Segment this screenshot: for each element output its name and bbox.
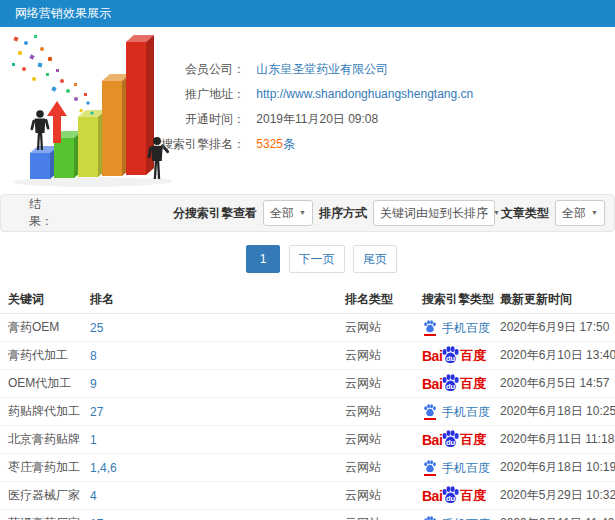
- baidu-paw-icon: [422, 320, 437, 336]
- rank-link[interactable]: 9: [90, 377, 97, 391]
- engine-cell: Bai du 百度: [412, 342, 497, 370]
- rank-type-cell: 云网站: [340, 398, 412, 426]
- article-type-select[interactable]: 全部 ▼: [555, 200, 605, 226]
- table-row: 北京膏药贴牌 1 云网站 Bai du 百度 2: [0, 426, 615, 454]
- header-bar: 网络营销效果展示: [0, 0, 615, 27]
- baidu-paw-icon: [422, 516, 437, 520]
- updated-cell: 2020年6月18日 10:19: [497, 454, 615, 482]
- updated-cell: 2020年6月10日 13:40: [497, 342, 615, 370]
- updated-cell: 2020年6月18日 10:25: [497, 398, 615, 426]
- rank-type-cell: 云网站: [340, 342, 412, 370]
- updated-cell: 2020年6月11日 11:18: [497, 426, 615, 454]
- column-header: 排名类型: [340, 285, 412, 314]
- updated-cell: 2020年6月11日 11:40: [497, 510, 615, 520]
- keyword-cell: 医疗器械厂家: [0, 482, 85, 510]
- engine-cell: Bai du 百度: [412, 370, 497, 398]
- engine-cell: 手机百度: [412, 454, 497, 482]
- svg-text:du: du: [446, 353, 456, 362]
- rank-link[interactable]: 1: [90, 433, 97, 447]
- baidu-logo: Bai du 百度: [422, 486, 486, 506]
- keyword-cell: 药贴牌代加工: [0, 398, 85, 426]
- sort-filter-label: 排序方式: [319, 205, 367, 222]
- red-underline: [424, 474, 436, 476]
- updated-cell: 2020年6月5日 14:57: [497, 370, 615, 398]
- baidu-logo-text: Bai: [422, 349, 442, 363]
- info-value[interactable]: http://www.shandonghuangshengtang.cn: [256, 87, 473, 101]
- confetti: [12, 35, 94, 115]
- engine-filter-label: 分搜索引擎查看: [173, 205, 257, 222]
- engine-cell: Bai du 百度: [412, 482, 497, 510]
- keyword-cell: 北京膏药贴牌: [0, 426, 85, 454]
- rank-cell: 4: [85, 482, 340, 510]
- mobile-baidu-logo: 手机百度: [422, 516, 490, 520]
- info-list: 会员公司： 山东皇圣堂药业有限公司 推广地址： http://www.shand…: [130, 57, 615, 157]
- rank-type-cell: 云网站: [340, 426, 412, 454]
- rank-type-cell: 云网站: [340, 510, 412, 520]
- baidu-paw-icon: du: [441, 374, 460, 392]
- rank-cell: 25: [85, 314, 340, 342]
- engine-cell: 手机百度: [412, 398, 497, 426]
- ranking-unit: 条: [283, 137, 295, 151]
- table-row: 膏药OEM 25 云网站 手机百度 2020年6月9日 17:50: [0, 314, 615, 342]
- last-page-button[interactable]: 尾页: [353, 245, 397, 273]
- engine-filter-select[interactable]: 全部 ▼: [263, 200, 313, 226]
- next-page-button[interactable]: 下一页: [289, 245, 345, 273]
- engine-label: 手机百度: [442, 322, 490, 334]
- keyword-cell: 菏泽膏药厂家: [0, 510, 85, 520]
- ranking-count: 5325: [256, 137, 283, 151]
- rank-link[interactable]: 8: [90, 349, 97, 363]
- engine-cell: 手机百度: [412, 510, 497, 520]
- rank-type-cell: 云网站: [340, 482, 412, 510]
- sort-filter-select[interactable]: 关键词由短到长排序 ▼: [373, 200, 495, 226]
- info-label: 推广地址：: [130, 82, 245, 107]
- rank-link[interactable]: 4: [90, 489, 97, 503]
- sort-filter-value: 关键词由短到长排序: [380, 201, 488, 225]
- baidu-logo-cn-text: 百度: [460, 377, 486, 390]
- engine-cell: 手机百度: [412, 314, 497, 342]
- info-label: 搜索引擎排名：: [130, 132, 245, 157]
- rank-cell: 17: [85, 510, 340, 520]
- info-label: 会员公司：: [130, 57, 245, 82]
- svg-text:du: du: [446, 381, 456, 390]
- keyword-cell: OEM代加工: [0, 370, 85, 398]
- baidu-paw-icon: du: [441, 430, 460, 448]
- rank-link[interactable]: 25: [90, 321, 103, 335]
- baidu-logo-text: Bai: [422, 489, 442, 503]
- engine-label: 手机百度: [442, 462, 490, 474]
- rank-link[interactable]: 27: [90, 405, 103, 419]
- keyword-cell: 枣庄膏药加工: [0, 454, 85, 482]
- baidu-paw-icon: [422, 460, 437, 476]
- baidu-logo-cn-text: 百度: [460, 349, 486, 362]
- article-type-label: 文章类型: [501, 205, 549, 222]
- chevron-down-icon: ▼: [299, 201, 306, 225]
- updated-cell: 2020年6月9日 17:50: [497, 314, 615, 342]
- engine-cell: Bai du 百度: [412, 426, 497, 454]
- table-row: 药贴牌代加工 27 云网站 手机百度 2020年6月18日 10:: [0, 398, 615, 426]
- rank-cell: 8: [85, 342, 340, 370]
- column-header: 最新更新时间: [497, 285, 615, 314]
- person-icon: [30, 110, 50, 150]
- article-type-value: 全部: [562, 201, 586, 225]
- chevron-down-icon: ▼: [493, 201, 500, 225]
- table-row: 菏泽膏药厂家 17 云网站 手机百度 2020年6月11日 11:: [0, 510, 615, 520]
- engine-label: 手机百度: [442, 406, 490, 418]
- rank-link[interactable]: 1,4,6: [90, 461, 117, 475]
- baidu-paw-icon: du: [441, 486, 460, 504]
- mobile-baidu-logo: 手机百度: [422, 460, 490, 476]
- table-body: 膏药OEM 25 云网站 手机百度 2020年6月9日 17:50: [0, 314, 615, 520]
- column-header: 搜索引擎类型: [412, 285, 497, 314]
- svg-text:du: du: [446, 493, 456, 502]
- red-underline: [424, 418, 436, 420]
- mobile-baidu-logo: 手机百度: [422, 320, 490, 336]
- bar-yellow: [78, 110, 106, 177]
- svg-text:du: du: [446, 437, 456, 446]
- table-row: 膏药代加工 8 云网站 Bai du 百度 20: [0, 342, 615, 370]
- table-row: 医疗器械厂家 4 云网站 Bai du 百度 2: [0, 482, 615, 510]
- keyword-cell: 膏药OEM: [0, 314, 85, 342]
- rank-type-cell: 云网站: [340, 454, 412, 482]
- rank-link[interactable]: 17: [90, 517, 103, 520]
- baidu-paw-icon: [422, 404, 437, 420]
- info-value[interactable]: 山东皇圣堂药业有限公司: [256, 62, 388, 76]
- engine-filter-value: 全部: [270, 201, 294, 225]
- page-button-current[interactable]: 1: [246, 245, 280, 273]
